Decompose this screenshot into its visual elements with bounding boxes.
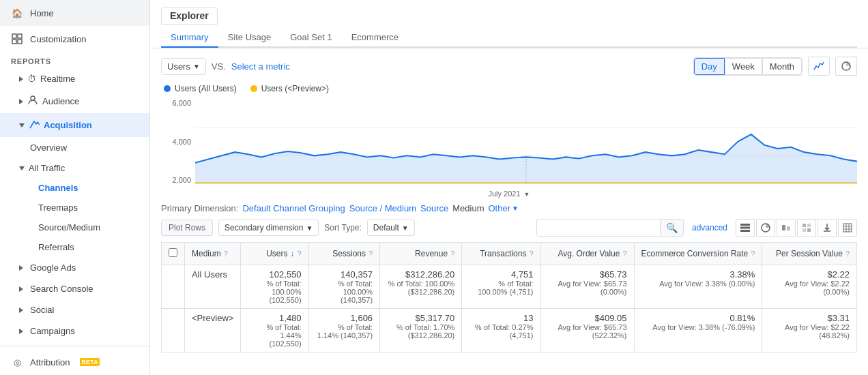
legend-item-all-users: Users (All Users) (164, 84, 237, 93)
sidebar-item-home[interactable]: 🏠 Home (0, 0, 149, 26)
metric-dropdown[interactable]: Users ▼ (161, 58, 206, 75)
sidebar-item-source-medium[interactable]: Source/Medium (0, 217, 149, 237)
expand-icon (19, 308, 23, 313)
table-row: All Users 102,550 % of Total: 100.00% (1… (162, 265, 857, 309)
secondary-dim-arrow: ▼ (306, 224, 313, 232)
sidebar-item-realtime[interactable]: ⏱ Realtime (0, 68, 149, 89)
sidebar-item-social[interactable]: Social (0, 299, 149, 320)
time-btn-day[interactable]: Day (694, 58, 725, 75)
th-transactions: Transactions ? (462, 243, 540, 265)
th-sessions: Sessions ? (308, 243, 380, 265)
content-area: Users ▼ VS. Select a metric Day Week Mon… (150, 48, 868, 375)
time-btn-month[interactable]: Month (762, 58, 802, 75)
users-sort-icon: ↓ (290, 249, 294, 258)
svg-rect-20 (802, 228, 806, 232)
collapse-icon (19, 123, 25, 127)
sidebar-item-channels[interactable]: Channels (0, 178, 149, 198)
sidebar-item-attribution[interactable]: ◎ Attribution BETA (0, 349, 149, 375)
per-session-help-icon: ? (845, 250, 850, 258)
dim-default-channel[interactable]: Default Channel Grouping (242, 203, 345, 213)
audience-icon (27, 95, 38, 108)
tab-ecommerce[interactable]: Ecommerce (342, 28, 408, 48)
search-box: 🔍 (536, 219, 684, 237)
th-per-session: Per Session Value ? (762, 243, 857, 265)
sort-type-dropdown[interactable]: Default ▼ (367, 220, 415, 236)
sidebar-item-campaigns[interactable]: Campaigns (0, 320, 149, 342)
dim-medium: Medium (452, 203, 484, 213)
sidebar-bottom: ◎ Attribution BETA (0, 346, 149, 375)
pie-view-icon[interactable] (756, 219, 775, 237)
sidebar: 🏠 Home Customization REPORTS ⏱ Realtime … (0, 0, 150, 375)
primary-dimension-row: Primary Dimension: Default Channel Group… (161, 203, 857, 213)
tab-site-usage[interactable]: Site Usage (218, 28, 281, 48)
pivot-view-icon[interactable] (797, 219, 816, 237)
table-row: <Preview> 1,480 % of Total: 1.44% (102,5… (162, 309, 857, 352)
tab-summary[interactable]: Summary (161, 28, 218, 48)
users-help-icon: ? (297, 250, 301, 258)
svg-rect-19 (807, 224, 811, 227)
search-button[interactable]: 🔍 (660, 220, 683, 236)
svg-rect-13 (740, 227, 750, 229)
row-avg-order-all-users: $65.73 Avg for View: $65.73 (0.00%) (540, 265, 634, 309)
home-icon: 🏠 (11, 7, 23, 19)
expand-icon (19, 329, 23, 334)
time-btn-week[interactable]: Week (725, 58, 762, 75)
row-medium-preview: <Preview> (185, 309, 241, 352)
other-dropdown-icon: ▼ (512, 205, 519, 212)
sidebar-item-treemaps[interactable]: Treemaps (0, 198, 149, 217)
sidebar-item-audience[interactable]: Audience (0, 89, 149, 113)
secondary-dimension-button[interactable]: Secondary dimension ▼ (218, 220, 319, 236)
explorer-header: Explorer Summary Site Usage Goal Set 1 E… (150, 0, 868, 48)
chart-legend: Users (All Users) Users (<Preview>) (161, 84, 857, 93)
chart-svg (195, 99, 857, 184)
sidebar-item-acquisition[interactable]: Acquisition (0, 113, 149, 137)
svg-rect-23 (843, 224, 852, 232)
beta-badge: BETA (80, 358, 100, 366)
collapse-icon (19, 166, 25, 170)
grid-view-icon[interactable] (838, 219, 857, 237)
chart-y-labels: 6,000 4,000 2,000 (161, 99, 195, 184)
tab-goal-set-1[interactable]: Goal Set 1 (280, 28, 341, 48)
row-avg-order-preview: $409.05 Avg for View: $65.73 (522.32%) (540, 309, 634, 352)
table-view-icon[interactable] (736, 219, 755, 237)
vs-label: VS. (212, 61, 226, 72)
advanced-link[interactable]: advanced (692, 223, 727, 232)
search-input[interactable] (537, 220, 660, 235)
compare-view-icon[interactable] (777, 219, 796, 237)
line-chart-icon[interactable] (808, 57, 830, 76)
dim-source-medium[interactable]: Source / Medium (349, 203, 416, 213)
sort-dropdown-arrow: ▼ (402, 224, 409, 232)
transactions-help-icon: ? (529, 250, 533, 258)
expand-icon (19, 99, 23, 104)
legend-dot-preview (250, 85, 257, 92)
expand-icon (19, 286, 23, 292)
row-checkbox (162, 309, 185, 352)
plot-rows-button[interactable]: Plot Rows (161, 220, 213, 236)
reports-section-label: REPORTS (0, 52, 149, 68)
svg-rect-0 (12, 34, 16, 38)
sidebar-item-overview[interactable]: Overview (0, 137, 149, 158)
select-metric-link[interactable]: Select a metric (231, 61, 290, 72)
svg-rect-12 (740, 224, 750, 226)
legend-item-preview: Users (<Preview>) (250, 84, 329, 93)
explorer-tabs: Summary Site Usage Goal Set 1 Ecommerce (161, 24, 857, 48)
dim-source[interactable]: Source (420, 203, 448, 213)
select-all-checkbox[interactable] (169, 248, 177, 257)
chart-x-label: July 2021 ▼ (488, 190, 530, 198)
avg-order-help-icon: ? (622, 250, 626, 258)
row-transactions-preview: 13 % of Total: 0.27% (4,751) (462, 309, 540, 352)
download-view-icon[interactable] (818, 219, 837, 237)
sidebar-item-customization[interactable]: Customization (0, 26, 149, 52)
th-avg-order: Avg. Order Value ? (540, 243, 634, 265)
row-ecommerce-preview: 0.81% Avg for View: 3.38% (-76.09%) (634, 309, 762, 352)
sidebar-item-all-traffic[interactable]: All Traffic (0, 158, 149, 178)
row-transactions-all-users: 4,751 % of Total: 100.00% (4,751) (462, 265, 540, 309)
row-users-preview: 1,480 % of Total: 1.44% (102,550) (241, 309, 308, 352)
sidebar-item-google-ads[interactable]: Google Ads (0, 257, 149, 278)
dim-other[interactable]: Other ▼ (488, 203, 518, 213)
sidebar-item-referrals[interactable]: Referrals (0, 237, 149, 257)
chart-dropdown-icon[interactable]: ▼ (524, 191, 530, 198)
medium-help-icon: ? (224, 250, 228, 258)
pie-chart-icon[interactable] (835, 57, 857, 76)
sidebar-item-search-console[interactable]: Search Console (0, 278, 149, 299)
